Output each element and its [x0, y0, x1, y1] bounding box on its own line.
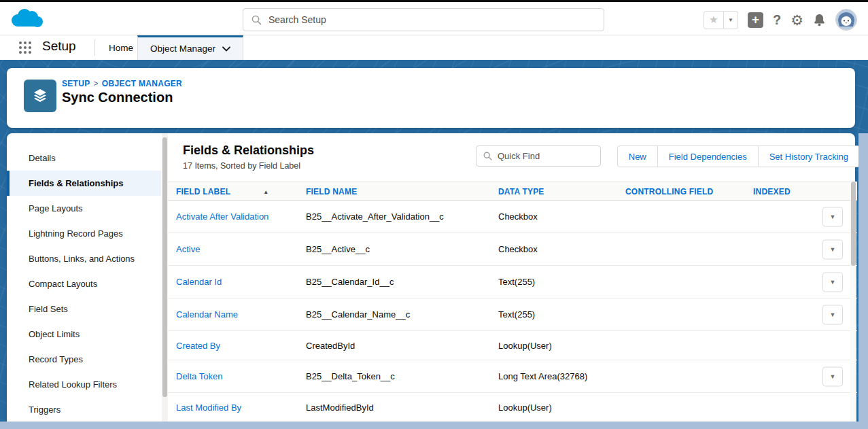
column-header-controlling-field[interactable]: CONTROLLING FIELD — [625, 182, 713, 201]
field-name-cell: B25__Delta_Token__c — [306, 360, 395, 392]
sort-asc-icon: ▲ — [263, 189, 268, 195]
quick-create-plus-icon[interactable]: + — [748, 12, 763, 28]
field-label-link[interactable]: Active — [176, 244, 200, 254]
search-icon — [483, 152, 492, 160]
row-actions-menu-button[interactable]: ▼ — [822, 207, 843, 226]
breadcrumb-separator: > — [94, 79, 99, 88]
table-scrollbar — [850, 182, 856, 422]
sidebar-item-related-lookup-filters[interactable]: Related Lookup Filters — [7, 372, 161, 397]
object-sidebar: Details Fields & Relationships Page Layo… — [7, 133, 161, 422]
column-header-indexed[interactable]: INDEXED — [753, 182, 791, 201]
field-name-cell: B25__Activate_After_Validation__c — [306, 201, 444, 233]
sidebar-item-fields-relationships[interactable]: Fields & Relationships — [7, 171, 161, 196]
global-header-actions: ★ ▼ + ? ⚙ — [704, 9, 857, 31]
table-row: Created By CreatedById Lookup(User) — [168, 331, 857, 360]
sidebar-item-details[interactable]: Details — [7, 145, 161, 171]
sidebar-item-buttons-links-actions[interactable]: Buttons, Links, and Actions — [7, 246, 161, 271]
tab-home[interactable]: Home — [99, 35, 143, 60]
page-title: Sync Connection — [62, 90, 173, 105]
salesforce-cloud-logo[interactable] — [9, 7, 44, 33]
panel-item-count: 17 Items, Sorted by Field Label — [183, 161, 300, 171]
data-type-cell: Text(255) — [498, 298, 535, 330]
favorites-star-icon[interactable]: ★ — [704, 11, 724, 29]
quick-find — [476, 145, 601, 167]
sidebar-scrollbar — [162, 133, 168, 422]
fields-panel: Fields & Relationships 17 Items, Sorted … — [168, 133, 862, 422]
column-header-field-label[interactable]: FIELD LABEL ▲ — [176, 182, 268, 201]
quick-find-input[interactable] — [498, 151, 586, 161]
field-dependencies-button[interactable]: Field Dependencies — [657, 145, 759, 167]
page-horizontal-scrollbar[interactable] — [0, 422, 868, 429]
breadcrumb-setup-link[interactable]: SETUP — [62, 79, 90, 88]
sidebar-item-page-layouts[interactable]: Page Layouts — [7, 196, 161, 221]
sidebar-item-triggers[interactable]: Triggers — [7, 397, 161, 422]
data-type-cell: Text(255) — [498, 266, 535, 298]
data-type-cell: Lookup(User) — [498, 331, 552, 360]
object-stack-icon — [24, 80, 56, 112]
sidebar-item-lightning-record-pages[interactable]: Lightning Record Pages — [7, 221, 161, 246]
data-type-cell: Checkbox — [498, 233, 538, 265]
favorites-caret-icon[interactable]: ▼ — [724, 11, 738, 29]
page-header-card: SETUP>OBJECT MANAGER Sync Connection — [7, 68, 855, 128]
nav-divider — [94, 39, 95, 56]
data-type-cell: Checkbox — [498, 201, 538, 233]
field-label-link[interactable]: Calendar Id — [176, 277, 222, 287]
field-name-cell: B25__Calendar_Id__c — [306, 266, 394, 298]
column-header-data-type[interactable]: DATA TYPE — [498, 182, 544, 201]
field-name-cell: CreatedById — [306, 331, 355, 360]
app-launcher-icon[interactable] — [18, 41, 32, 54]
row-actions-menu-button[interactable]: ▼ — [822, 305, 843, 324]
field-name-cell: B25__Active__c — [306, 233, 370, 265]
table-row: Calendar Id B25__Calendar_Id__c Text(255… — [168, 266, 857, 298]
row-actions-menu-button[interactable]: ▼ — [822, 366, 843, 386]
table-body: Activate After Validation B25__Activate_… — [168, 201, 857, 422]
chevron-down-icon[interactable] — [222, 46, 230, 52]
help-icon[interactable]: ? — [773, 13, 781, 27]
field-name-cell: B25__Calendar_Name__c — [306, 298, 410, 330]
field-label-link[interactable]: Activate After Validation — [176, 211, 268, 222]
data-type-cell: Lookup(User) — [498, 393, 552, 422]
global-search-input[interactable] — [268, 14, 568, 25]
field-name-cell: LastModifiedById — [306, 393, 374, 422]
user-avatar[interactable] — [835, 9, 857, 31]
field-label-link[interactable]: Last Modified By — [176, 402, 241, 413]
data-type-cell: Long Text Area(32768) — [498, 360, 587, 392]
sidebar-item-field-sets[interactable]: Field Sets — [7, 296, 161, 322]
table-header: FIELD LABEL ▲ FIELD NAME DATA TYPE CONTR… — [168, 182, 857, 201]
breadcrumb: SETUP>OBJECT MANAGER — [62, 79, 182, 88]
table-row: Activate After Validation B25__Activate_… — [168, 201, 857, 233]
panel-actions: New Field Dependencies Set History Track… — [617, 145, 860, 167]
global-search — [243, 8, 604, 31]
tab-object-manager[interactable]: Object Manager — [137, 35, 243, 60]
page-vertical-scrollbar[interactable] — [858, 133, 868, 429]
column-header-field-name[interactable]: FIELD NAME — [306, 182, 357, 201]
setup-gear-icon[interactable]: ⚙ — [791, 13, 803, 27]
notifications-bell-icon[interactable] — [813, 13, 826, 27]
row-actions-menu-button[interactable]: ▼ — [822, 239, 843, 259]
breadcrumb-object-manager-link[interactable]: OBJECT MANAGER — [102, 79, 182, 88]
table-row: Delta Token B25__Delta_Token__c Long Tex… — [168, 360, 857, 393]
global-header: ★ ▼ + ? ⚙ — [0, 2, 868, 35]
sidebar-item-compact-layouts[interactable]: Compact Layouts — [7, 271, 161, 296]
table-row: Active B25__Active__c Checkbox ▼ — [168, 233, 857, 266]
setup-nav-bar: Setup Home Object Manager — [0, 35, 868, 60]
setup-app-label: Setup — [42, 39, 76, 54]
table-scrollbar-thumb[interactable] — [851, 182, 856, 266]
sidebar-item-record-types[interactable]: Record Types — [7, 347, 161, 372]
search-icon — [251, 15, 262, 25]
field-label-link[interactable]: Delta Token — [176, 371, 222, 381]
sidebar-item-object-limits[interactable]: Object Limits — [7, 322, 161, 347]
table-row: Calendar Name B25__Calendar_Name__c Text… — [168, 298, 857, 331]
set-history-tracking-button[interactable]: Set History Tracking — [758, 145, 860, 167]
field-label-link[interactable]: Calendar Name — [176, 309, 238, 320]
new-button[interactable]: New — [617, 145, 658, 167]
panel-title: Fields & Relationships — [183, 143, 314, 158]
content-card: Details Fields & Relationships Page Layo… — [7, 133, 855, 422]
field-label-link[interactable]: Created By — [176, 341, 220, 351]
row-actions-menu-button[interactable]: ▼ — [822, 272, 843, 292]
table-row: Last Modified By LastModifiedById Lookup… — [168, 393, 857, 422]
sidebar-scrollbar-thumb[interactable] — [162, 137, 167, 397]
